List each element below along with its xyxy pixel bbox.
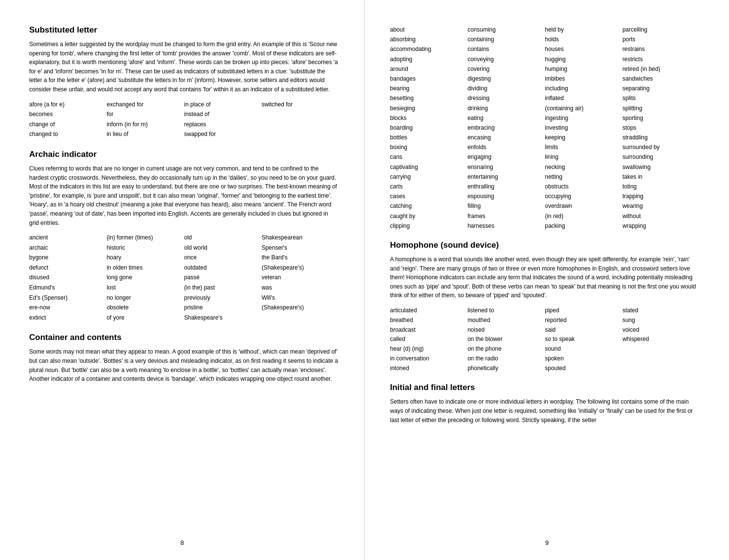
homophone-col1: articulated breathed broadcast called he… (390, 306, 468, 373)
container-list: about absorbing accommodating adopting a… (390, 25, 700, 231)
page-number-left: 8 (180, 539, 184, 546)
initial-final-section: Initial and final letters Setters often … (390, 383, 700, 424)
subst-col2: exchanged for for inform (in for m) in l… (106, 100, 184, 139)
body-container-contents: Some words may not mean what they appear… (29, 347, 339, 383)
container-col3: held by holds houses hugging humping imb… (545, 25, 622, 231)
heading-homophone: Homophone (sound device) (390, 240, 700, 250)
container-col4: parcelling ports restrains restricts ret… (623, 25, 700, 231)
homophone-section: Homophone (sound device) A homophone is … (390, 240, 700, 300)
body-substituted-letter: Sometimes a letter suggested by the word… (29, 40, 339, 94)
homophone-col3: piped reported said so to speak sound sp… (545, 306, 622, 373)
heading-substituted-letter: Substituted letter (29, 25, 339, 35)
heading-initial-final: Initial and final letters (390, 383, 700, 392)
subst-col4: switched for (261, 100, 339, 139)
container-col2: consuming containing contains conveying … (468, 25, 545, 231)
homophone-list: articulated breathed broadcast called he… (390, 306, 700, 373)
book-spread: Substituted letter Sometimes a letter su… (0, 0, 729, 560)
archaic-list: ancient archaic bygone defunct disused E… (29, 233, 339, 322)
archaic-col1: ancient archaic bygone defunct disused E… (29, 233, 106, 322)
homophone-col2: listened to mouthed noised on the blower… (468, 306, 545, 373)
page-left: Substituted letter Sometimes a letter su… (0, 0, 365, 560)
body-archaic-indicator: Clues referring to words that are no lon… (29, 164, 339, 227)
homophone-col4: stated sung voiced whispered (623, 306, 700, 373)
page-right: about absorbing accommodating adopting a… (365, 0, 729, 560)
archaic-col3: old old world once outdated passé (in th… (184, 233, 261, 322)
heading-container-contents: Container and contents (29, 333, 339, 342)
page-number-right: 9 (545, 539, 549, 546)
heading-archaic-indicator: Archaic indicator (29, 150, 339, 159)
body-homophone: A homophone is a word that sounds like a… (390, 255, 700, 300)
subst-col3: in place of instead of replaces swapped … (184, 100, 261, 139)
subst-col1: afore (a for e) becomes change of change… (29, 100, 106, 139)
substituted-letter-list: afore (a for e) becomes change of change… (29, 100, 339, 139)
body-initial-final: Setters often have to indicate one or mo… (390, 397, 700, 424)
archaic-col2: (in) former (times) historic hoary in ol… (106, 233, 184, 322)
archaic-col4: Shakespearean Spenser's the Bard's (Shak… (261, 233, 339, 322)
container-col1: about absorbing accommodating adopting a… (390, 25, 468, 231)
